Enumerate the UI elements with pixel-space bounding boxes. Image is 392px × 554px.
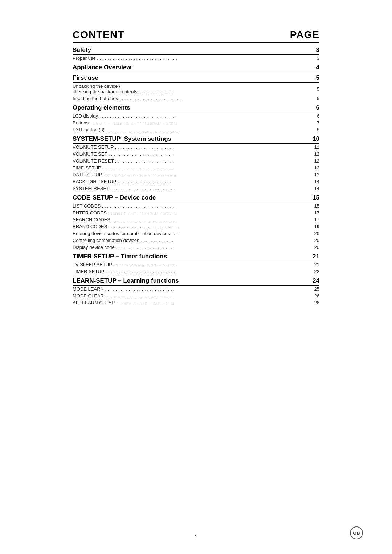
entry-row: TIMER SETUP . . . . . . . . . . . . . . … xyxy=(73,268,319,275)
entry-page: 6 xyxy=(305,112,319,120)
entry-row: BACKLIGHT SETUP . . . . . . . . . . . . … xyxy=(73,178,319,185)
entry-row: MODE LEARN . . . . . . . . . . . . . . .… xyxy=(73,286,319,293)
entry-text: VOL/MUTE SET . . . . . . . . . . . . . .… xyxy=(73,151,305,157)
section-page-operating-elements: 6 xyxy=(305,102,319,112)
entry-page: 12 xyxy=(305,151,319,157)
entry-page: 5 xyxy=(305,83,319,95)
section-page-system-setup: 10 xyxy=(305,133,319,144)
entry-page: 22 xyxy=(305,268,319,275)
entry-text: MODE LEARN . . . . . . . . . . . . . . .… xyxy=(73,286,305,293)
section-page-learn-setup: 24 xyxy=(305,275,319,286)
section-title-learn-setup: LEARN-SETUP – Learning functions xyxy=(73,275,305,286)
entry-page: 17 xyxy=(305,209,319,216)
section-row-first-use: First use5 xyxy=(73,72,319,83)
entry-page: 5 xyxy=(305,95,319,102)
entry-text: SEARCH CODES . . . . . . . . . . . . . .… xyxy=(73,216,305,223)
section-page-safety: 3 xyxy=(305,44,319,55)
section-page-first-use: 5 xyxy=(305,72,319,83)
entry-page: 21 xyxy=(305,261,319,268)
section-row-operating-elements: Operating elements6 xyxy=(73,102,319,112)
section-title-timer-setup: TIMER SETUP – Timer functions xyxy=(73,251,305,261)
entry-row: TV SLEEP SETUP . . . . . . . . . . . . .… xyxy=(73,261,319,268)
section-row-appliance-overview: Appliance Overview4 xyxy=(73,62,319,72)
entry-text: Controlling combination devices . . . . … xyxy=(73,237,305,244)
entry-text: Display device code . . . . . . . . . . … xyxy=(73,244,305,251)
entry-text: Unpacking the device /checking the packa… xyxy=(73,83,305,95)
entry-row: Unpacking the device /checking the packa… xyxy=(73,83,319,95)
entry-page: 14 xyxy=(305,178,319,185)
entry-page: 14 xyxy=(305,185,319,192)
entry-page: 13 xyxy=(305,171,319,178)
entry-text: Proper use . . . . . . . . . . . . . . .… xyxy=(73,55,305,62)
section-title-system-setup: SYSTEM-SETUP–System settings xyxy=(73,133,305,144)
entry-text: TV SLEEP SETUP . . . . . . . . . . . . .… xyxy=(73,261,305,268)
entry-text: TIMER SETUP . . . . . . . . . . . . . . … xyxy=(73,268,305,275)
entry-row: Entering device codes for combination de… xyxy=(73,230,319,237)
entry-row: LCD display . . . . . . . . . . . . . . … xyxy=(73,112,319,120)
entry-page: 12 xyxy=(305,164,319,171)
page-label: PAGE xyxy=(290,29,319,41)
page-number: 1 xyxy=(195,534,197,539)
entry-page: 7 xyxy=(305,119,319,126)
entry-text: Buttons . . . . . . . . . . . . . . . . … xyxy=(73,119,305,126)
entry-text: MODE CLEAR . . . . . . . . . . . . . . .… xyxy=(73,292,305,299)
entry-page: 17 xyxy=(305,216,319,223)
entry-row: ALL LEARN CLEAR . . . . . . . . . . . . … xyxy=(73,299,319,306)
section-title-first-use: First use xyxy=(73,72,305,83)
entry-text: SYSTEM-RESET . . . . . . . . . . . . . .… xyxy=(73,185,305,192)
entry-text: Inserting the batteries . . . . . . . . … xyxy=(73,95,305,102)
entry-text: BRAND CODES . . . . . . . . . . . . . . … xyxy=(73,223,305,230)
toc-header: CONTENT PAGE xyxy=(73,29,319,43)
section-title-appliance-overview: Appliance Overview xyxy=(73,62,305,72)
entry-page: 8 xyxy=(305,126,319,133)
entry-text: VOL/MUTE RESET . . . . . . . . . . . . .… xyxy=(73,157,305,164)
entry-row: SEARCH CODES . . . . . . . . . . . . . .… xyxy=(73,216,319,223)
entry-text: LIST CODES . . . . . . . . . . . . . . .… xyxy=(73,202,305,210)
section-row-code-setup: CODE-SETUP – Device code15 xyxy=(73,192,319,202)
section-page-appliance-overview: 4 xyxy=(305,62,319,72)
entry-row: BRAND CODES . . . . . . . . . . . . . . … xyxy=(73,223,319,230)
section-row-safety: Safety3 xyxy=(73,44,319,55)
entry-text: BACKLIGHT SETUP . . . . . . . . . . . . … xyxy=(73,178,305,185)
entry-row: Display device code . . . . . . . . . . … xyxy=(73,244,319,251)
entry-text: TIME-SETUP . . . . . . . . . . . . . . .… xyxy=(73,164,305,171)
entry-text: ENTER CODES . . . . . . . . . . . . . . … xyxy=(73,209,305,216)
content-label: CONTENT xyxy=(73,29,124,41)
entry-text: LCD display . . . . . . . . . . . . . . … xyxy=(73,112,305,120)
entry-page: 3 xyxy=(305,55,319,62)
toc-table: Safety3Proper use . . . . . . . . . . . … xyxy=(73,44,319,306)
entry-page: 26 xyxy=(305,292,319,299)
entry-text: Entering device codes for combination de… xyxy=(73,230,305,237)
entry-page: 11 xyxy=(305,144,319,151)
entry-page: 20 xyxy=(305,244,319,251)
section-row-learn-setup: LEARN-SETUP – Learning functions24 xyxy=(73,275,319,286)
entry-row: LIST CODES . . . . . . . . . . . . . . .… xyxy=(73,202,319,210)
entry-page: 25 xyxy=(305,286,319,293)
section-page-timer-setup: 21 xyxy=(305,251,319,261)
entry-page: 20 xyxy=(305,230,319,237)
entry-row: DATE-SETUP . . . . . . . . . . . . . . .… xyxy=(73,171,319,178)
entry-text: EXIT button (8) . . . . . . . . . . . . … xyxy=(73,126,305,133)
entry-text: ALL LEARN CLEAR . . . . . . . . . . . . … xyxy=(73,299,305,306)
section-page-code-setup: 15 xyxy=(305,192,319,202)
page: CONTENT PAGE Safety3Proper use . . . . .… xyxy=(0,0,392,554)
entry-row: VOL/MUTE SET . . . . . . . . . . . . . .… xyxy=(73,151,319,157)
entry-row: VOL/MUTE RESET . . . . . . . . . . . . .… xyxy=(73,157,319,164)
entry-page: 26 xyxy=(305,299,319,306)
entry-text: DATE-SETUP . . . . . . . . . . . . . . .… xyxy=(73,171,305,178)
entry-row: Controlling combination devices . . . . … xyxy=(73,237,319,244)
section-row-timer-setup: TIMER SETUP – Timer functions21 xyxy=(73,251,319,261)
entry-row: Inserting the batteries . . . . . . . . … xyxy=(73,95,319,102)
entry-row: Proper use . . . . . . . . . . . . . . .… xyxy=(73,55,319,62)
entry-text: VOL/MUTE SETUP . . . . . . . . . . . . .… xyxy=(73,144,305,151)
entry-row: SYSTEM-RESET . . . . . . . . . . . . . .… xyxy=(73,185,319,192)
entry-row: EXIT button (8) . . . . . . . . . . . . … xyxy=(73,126,319,133)
entry-page: 20 xyxy=(305,237,319,244)
entry-row: TIME-SETUP . . . . . . . . . . . . . . .… xyxy=(73,164,319,171)
entry-row: VOL/MUTE SETUP . . . . . . . . . . . . .… xyxy=(73,144,319,151)
entry-row: ENTER CODES . . . . . . . . . . . . . . … xyxy=(73,209,319,216)
section-title-safety: Safety xyxy=(73,44,305,55)
entry-page: 15 xyxy=(305,202,319,210)
gb-badge: GB xyxy=(350,526,363,539)
section-title-operating-elements: Operating elements xyxy=(73,102,305,112)
